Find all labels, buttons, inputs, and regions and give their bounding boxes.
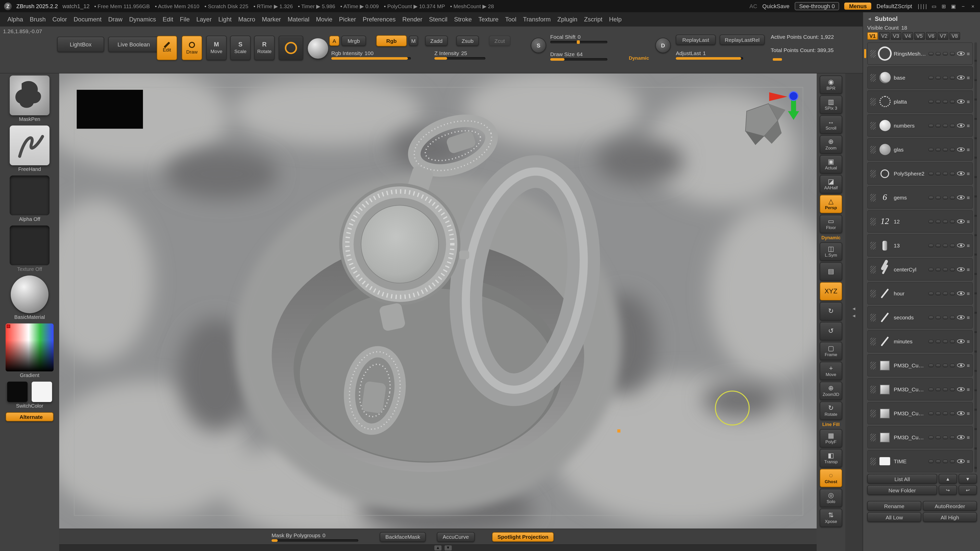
shelf-button[interactable]: Line Fill	[820, 421, 842, 427]
collapse-arrow-icon[interactable]: ◄	[852, 313, 856, 318]
menu-item[interactable]: Preferences	[360, 14, 399, 24]
toggle-icon[interactable]	[935, 100, 941, 103]
toggle-icon[interactable]	[950, 411, 955, 415]
menu-item[interactable]: Draw	[105, 14, 126, 24]
eye-icon[interactable]	[957, 122, 965, 129]
sculptris-d-button[interactable]: D	[655, 38, 671, 53]
toggle-icon[interactable]	[950, 292, 955, 295]
toggle-icon[interactable]	[943, 76, 948, 79]
toggle-icon[interactable]	[928, 435, 934, 439]
window-control-icon[interactable]: ×	[970, 3, 976, 9]
menu-item[interactable]: Stencil	[426, 14, 451, 24]
eye-icon[interactable]	[957, 289, 965, 297]
all-high-button[interactable]: All High	[923, 512, 977, 522]
menu-item[interactable]: Macro	[235, 14, 259, 24]
toggle-icon[interactable]	[928, 459, 934, 463]
alternate-button[interactable]: Alternate	[6, 412, 54, 421]
shelf-button[interactable]: + Move	[820, 362, 842, 380]
list-icon[interactable]: ≡	[967, 386, 970, 392]
menu-item[interactable]: Tool	[502, 14, 520, 24]
subtool-thumbnail[interactable]	[878, 167, 892, 180]
toggle-icon[interactable]	[928, 76, 934, 79]
toggle-icon[interactable]	[950, 52, 955, 56]
toggle-icon[interactable]	[943, 196, 948, 199]
toggle-icon[interactable]	[950, 220, 955, 223]
eye-icon[interactable]	[957, 74, 965, 81]
list-icon[interactable]: ≡	[967, 75, 970, 80]
window-control-icon[interactable]: ▭	[931, 3, 937, 9]
quicksave-button[interactable]: QuickSave	[762, 3, 789, 9]
subtool-row[interactable]: numbers ≡	[867, 114, 973, 137]
eye-icon[interactable]	[957, 338, 965, 345]
toggle-icon[interactable]	[935, 316, 941, 319]
main-color-swatch[interactable]	[7, 382, 27, 402]
autoreorder-button[interactable]: AutoReorder	[923, 501, 977, 511]
eye-icon[interactable]	[957, 362, 965, 369]
shelf-button[interactable]: Dynamic	[820, 235, 842, 241]
toggle-icon[interactable]	[928, 124, 934, 127]
view-tab[interactable]: V3	[891, 32, 901, 40]
list-icon[interactable]: ≡	[967, 410, 970, 416]
list-icon[interactable]: ≡	[967, 51, 970, 56]
viewport-canvas[interactable]	[59, 73, 817, 529]
shelf-button[interactable]: ▭ Floor	[820, 215, 842, 233]
brush-selector[interactable]: MaskPen	[10, 76, 49, 122]
menu-item[interactable]: Zplugin	[554, 14, 581, 24]
list-icon[interactable]: ≡	[967, 171, 970, 176]
rgb-button[interactable]: Rgb	[376, 35, 407, 46]
current-material-button[interactable]	[306, 37, 330, 60]
toggle-icon[interactable]	[928, 411, 934, 415]
menu-item[interactable]: Edit	[159, 14, 177, 24]
subtool-thumbnail[interactable]	[878, 430, 892, 444]
subtool-scrollbar[interactable]	[974, 42, 977, 472]
subtool-thumbnail[interactable]	[878, 310, 892, 324]
list-icon[interactable]: ≡	[967, 362, 970, 368]
zcut-button[interactable]: Zcut	[489, 36, 511, 46]
shelf-button[interactable]: ▢ Frame	[820, 342, 842, 360]
toggle-icon[interactable]	[950, 364, 955, 367]
menu-item[interactable]: Layer	[193, 14, 215, 24]
toggle-icon[interactable]	[943, 268, 948, 271]
eye-icon[interactable]	[957, 98, 965, 105]
toggle-icon[interactable]	[950, 459, 955, 463]
eye-icon[interactable]	[957, 218, 965, 225]
alpha-off-thumbnail[interactable]	[10, 176, 49, 215]
view-tab[interactable]: V8	[950, 32, 960, 40]
menu-item[interactable]: Document	[70, 14, 105, 24]
shelf-button[interactable]: ↻	[820, 302, 842, 321]
subtool-thumbnail[interactable]	[878, 334, 892, 348]
subtool-thumbnail[interactable]	[878, 383, 892, 396]
toggle-icon[interactable]	[928, 364, 934, 367]
viewport-3d[interactable]	[59, 73, 817, 529]
toggle-icon[interactable]	[950, 76, 955, 79]
eye-icon[interactable]	[957, 241, 965, 249]
list-icon[interactable]: ≡	[967, 338, 970, 344]
subtool-header[interactable]: ◄ Subtool	[867, 14, 977, 24]
eye-icon[interactable]	[957, 410, 965, 417]
menu-item[interactable]: Zscript	[581, 14, 606, 24]
view-tab[interactable]: V4	[902, 32, 913, 40]
texture-selector[interactable]: Texture Off	[10, 225, 49, 272]
shelf-button[interactable]: ⊕ Zoom	[820, 135, 842, 154]
menu-item[interactable]: Material	[284, 14, 313, 24]
toggle-icon[interactable]	[928, 148, 934, 151]
shelf-button[interactable]: ◌ Ghost	[820, 469, 842, 487]
toggle-icon[interactable]	[928, 292, 934, 295]
fold-redo-button[interactable]: ↪	[939, 485, 957, 495]
view-tab[interactable]: V7	[938, 32, 948, 40]
menu-item[interactable]: Transform	[520, 14, 554, 24]
shelf-button[interactable]: ↻ Rotate	[820, 402, 842, 420]
adjust-last-slider[interactable]: AdjustLast1	[676, 50, 743, 60]
shelf-button[interactable]: ↔ Scroll	[820, 115, 842, 134]
channel-a-button[interactable]: A	[329, 36, 339, 46]
menu-item[interactable]: Light	[215, 14, 235, 24]
subtool-row[interactable]: PM3D_Cube3D1_2 ≡	[867, 402, 973, 424]
zsub-button[interactable]: Zsub	[456, 36, 479, 46]
menu-item[interactable]: Picker	[336, 14, 360, 24]
view-tab[interactable]: V2	[879, 32, 890, 40]
rename-button[interactable]: Rename	[867, 501, 921, 511]
shelf-button[interactable]: ⇅ Xpose	[820, 509, 842, 527]
toggle-icon[interactable]	[943, 171, 948, 175]
list-icon[interactable]: ≡	[967, 123, 970, 128]
toggle-icon[interactable]	[950, 387, 955, 391]
